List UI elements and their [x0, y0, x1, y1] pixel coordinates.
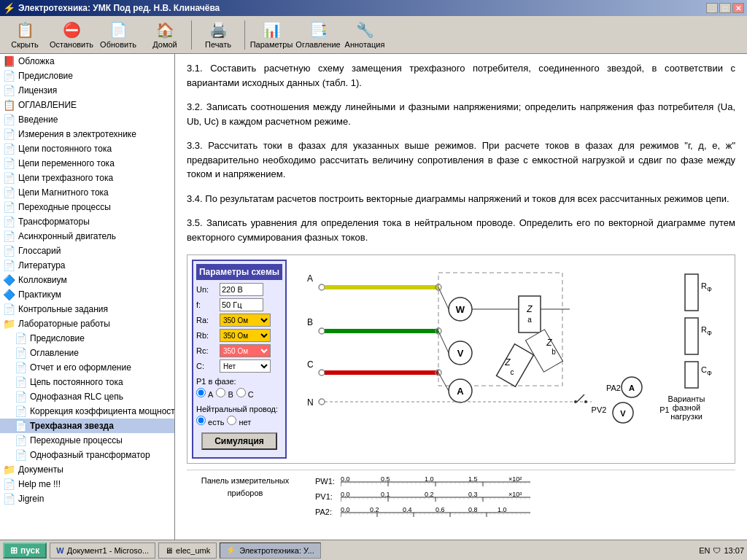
- svg-text:0.0: 0.0: [341, 506, 350, 513]
- lab-toc-label: Оглавление: [30, 348, 79, 358]
- sidebar-item-docs[interactable]: 📁 Документы: [0, 462, 174, 477]
- content-area[interactable]: 3.1. Составить расчетную схему замещения…: [175, 54, 747, 540]
- lab-trans-label: Переходные процессы: [30, 435, 123, 446]
- sidebar-item-literature[interactable]: 📄 Литература: [0, 258, 174, 273]
- pa2-row: PA2: 0.0 0.2 0.4 0.6 0.8 1.0: [315, 505, 735, 518]
- refresh-button[interactable]: 📄 Обновить: [96, 18, 140, 52]
- labworks-label: Лабораторные работы: [18, 319, 110, 329]
- paragraph-32: 3.2. Записать соотношения между линейным…: [187, 100, 735, 128]
- sidebar-item-measurements[interactable]: 📄 Измерения в электротехнике: [0, 127, 174, 141]
- sidebar-item-lab-dc[interactable]: 📄 Цепь постоянного тока: [0, 375, 174, 389]
- sidebar-item-intro[interactable]: 📄 Введение: [0, 112, 174, 127]
- sidebar-item-lab-report[interactable]: 📄 Отчет и его оформление: [0, 360, 174, 375]
- sidebar-item-lab-preface[interactable]: 📄 Предисловие: [0, 331, 174, 346]
- za-box: [519, 296, 541, 332]
- sidebar-item-lab-coeff[interactable]: 📄 Коррекция коэффициента мощности: [0, 404, 174, 419]
- c-select[interactable]: Нет: [220, 359, 271, 373]
- stop-button[interactable]: ⛔ Остановить: [50, 18, 93, 52]
- un-input[interactable]: [220, 283, 263, 296]
- p1-label: P1: [659, 405, 669, 414]
- sidebar-item-toc[interactable]: 📋 ОГЛАВЛЕНИЕ: [0, 98, 174, 112]
- node-c-label: C: [307, 359, 314, 370]
- start-button[interactable]: ⊞ пуск: [3, 542, 47, 559]
- taskbar-word[interactable]: W Документ1 - Microso...: [50, 542, 155, 559]
- simulation-button[interactable]: Симуляция: [201, 432, 277, 450]
- phase-c-radio[interactable]: [236, 388, 246, 397]
- maximize-button[interactable]: □: [719, 3, 731, 13]
- sidebar-item-preface[interactable]: 📄 Предисловие: [0, 69, 174, 83]
- svg-text:1.5: 1.5: [468, 475, 478, 483]
- params-icon: 📊: [263, 21, 281, 39]
- hide-icon: 📋: [16, 21, 34, 39]
- phase-b-radio[interactable]: [216, 388, 225, 397]
- sidebar-item-lab-rlc[interactable]: 📄 Однофазная RLC цепь: [0, 389, 174, 404]
- pa2-scale-label: PA2:: [315, 506, 341, 518]
- svg-text:0.1: 0.1: [381, 491, 390, 498]
- c-label: С:: [196, 360, 218, 373]
- taskbar-elektro[interactable]: ⚡ Электротехника: У...: [220, 542, 321, 559]
- neutral-нет-radio[interactable]: [227, 416, 236, 425]
- sidebar-item-transient[interactable]: 📄 Переходные процессы: [0, 200, 174, 214]
- sidebar-item-asyncmotor[interactable]: 📄 Асинхронный двигатель: [0, 229, 174, 244]
- measurements-icon: 📄: [3, 128, 15, 140]
- svg-text:×10³: ×10³: [508, 491, 522, 498]
- sidebar-item-practice[interactable]: 🔷 Практикум: [0, 287, 174, 302]
- pv1-row: PV1: 0.0 0.1 0.2 0.3 ×10³: [315, 490, 735, 503]
- sidebar-item-dc[interactable]: 📄 Цепи постоянного тока: [0, 141, 174, 156]
- sidebar-item-lab-transformer[interactable]: 📄 Однофазный трансформатор: [0, 448, 174, 462]
- taskbar-elec-umk[interactable]: 🖥 elec_umk: [158, 542, 217, 559]
- ra-select[interactable]: 350 Ом: [220, 314, 271, 327]
- p31-text: 3.1. Составить расчетную схему замещения…: [187, 63, 735, 88]
- pv2-label: PV2: [592, 405, 607, 414]
- measurements-scales: PW1: 0.0 0.5 1.0 1.5 ×10²: [315, 475, 735, 518]
- sidebar-item-quiz[interactable]: 🔷 Коллоквиум: [0, 273, 174, 287]
- minimize-button[interactable]: _: [706, 3, 718, 13]
- sidebar-item-transformers[interactable]: 📄 Трансформаторы: [0, 214, 174, 229]
- home-label: Домой: [152, 40, 177, 49]
- print-button[interactable]: 🖨️ Печать: [196, 18, 240, 52]
- refresh-icon: 📄: [109, 21, 128, 39]
- hide-button[interactable]: 📋 Скрыть: [3, 18, 47, 52]
- ra-row: Ra: 350 Ом: [196, 314, 282, 327]
- params-button[interactable]: 📊 Параметры: [249, 18, 293, 52]
- lab-coeff-icon: 📄: [15, 405, 27, 417]
- neutral-есть-radio[interactable]: [196, 416, 206, 425]
- svg-text:0.5: 0.5: [381, 475, 390, 483]
- sidebar-item-lab-star[interactable]: 📄 Трехфазная звезда: [0, 419, 174, 433]
- zb-box: [526, 330, 563, 372]
- za-subscript: a: [527, 316, 532, 324]
- toolbar-separator2: [244, 20, 245, 50]
- c-row: С: Нет: [196, 359, 282, 373]
- sidebar-item-cover[interactable]: 📕 Обложка: [0, 54, 174, 69]
- sidebar-item-jigrein[interactable]: 📄 Jigrein: [0, 491, 174, 506]
- window-controls: _ □ ✕: [706, 3, 744, 13]
- phase-b-label: В: [216, 388, 233, 401]
- literature-label: Литература: [18, 260, 66, 271]
- close-button[interactable]: ✕: [732, 3, 744, 13]
- sidebar-item-lab-trans[interactable]: 📄 Переходные процессы: [0, 433, 174, 448]
- sidebar-item-labworks[interactable]: 📁 Лабораторные работы: [0, 316, 174, 331]
- wire-b-v: [438, 331, 449, 353]
- literature-icon: 📄: [3, 260, 15, 271]
- sidebar-item-help[interactable]: 📄 Help me !!!: [0, 477, 174, 491]
- home-button[interactable]: 🏠 Домой: [143, 18, 187, 52]
- sidebar-item-three[interactable]: 📄 Цепи трехфазного тока: [0, 171, 174, 185]
- annotation-button[interactable]: 🔧 Аннотация: [343, 18, 387, 52]
- rc-select[interactable]: 350 Ом: [220, 344, 271, 357]
- lang-indicator: EN: [699, 546, 710, 555]
- sidebar-item-license[interactable]: 📄 Лицензия: [0, 83, 174, 98]
- phase-a-radio[interactable]: [196, 388, 206, 397]
- svg-text:0.8: 0.8: [468, 506, 478, 513]
- lab-dc-icon: 📄: [15, 376, 27, 388]
- sidebar-item-control[interactable]: 📄 Контрольные задания: [0, 302, 174, 316]
- f-input[interactable]: [220, 298, 263, 311]
- sidebar-item-lab-toc[interactable]: 📄 Оглавление: [0, 346, 174, 360]
- sidebar-item-ac[interactable]: 📄 Цепи переменного тока: [0, 156, 174, 171]
- rb-select[interactable]: 350 Ом: [220, 329, 271, 342]
- sidebar-item-glossary[interactable]: 📄 Глоссарий: [0, 244, 174, 258]
- toc-button[interactable]: 📑 Оглавление: [296, 18, 340, 52]
- svg-text:1.0: 1.0: [498, 506, 507, 513]
- sidebar-item-magnetic[interactable]: 📄 Цепи Магнитного тока: [0, 185, 174, 200]
- svg-text:0.6: 0.6: [436, 506, 445, 513]
- pw1-label: PW1:: [315, 475, 341, 488]
